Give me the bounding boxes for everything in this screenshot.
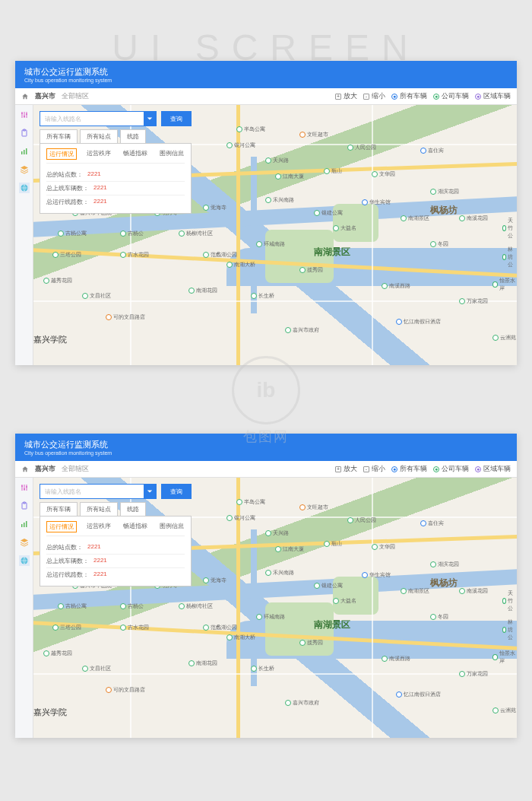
map-poi[interactable]: 南湖大桥 bbox=[226, 634, 255, 641]
zoom-in-button[interactable]: +放大 bbox=[335, 464, 357, 474]
map-poi[interactable]: 大益名 bbox=[333, 597, 356, 605]
search-button[interactable]: 查询 bbox=[161, 111, 192, 126]
zoom-out-button[interactable]: -缩小 bbox=[363, 91, 385, 101]
map-poi[interactable]: 湖滨花园 bbox=[430, 188, 459, 195]
region-label[interactable]: 全部辖区 bbox=[62, 464, 89, 474]
sub-tab-operation[interactable]: 运行情况 bbox=[46, 148, 77, 160]
sidebar-chart-icon[interactable] bbox=[19, 519, 30, 529]
map-poi[interactable]: 云洲苑 bbox=[492, 334, 516, 342]
sidebar-globe-icon[interactable] bbox=[19, 183, 30, 193]
map-poi[interactable]: 忆江南假日酒店 bbox=[396, 318, 441, 326]
map-poi[interactable]: 半岛公寓 bbox=[236, 126, 265, 133]
map-poi[interactable]: 觉海寺 bbox=[203, 577, 226, 584]
sidebar-sliders-icon[interactable] bbox=[19, 482, 30, 493]
search-input[interactable]: 请输入线路名 bbox=[40, 111, 157, 126]
map-poi[interactable]: 银建公寓 bbox=[314, 582, 343, 590]
filter-tab-stations[interactable]: 所有站点 bbox=[80, 502, 118, 516]
map-poi[interactable]: 越秀花园 bbox=[43, 277, 72, 284]
map-poi[interactable]: 范蠡湖公园 bbox=[203, 624, 237, 631]
sidebar-layers-icon[interactable] bbox=[19, 537, 30, 548]
map-poi[interactable]: 天兴路 bbox=[265, 157, 289, 164]
map-poi[interactable]: 南湖景区 bbox=[401, 215, 429, 222]
map-poi[interactable]: 南溪西路 bbox=[382, 282, 410, 290]
map-area[interactable]: 枫杨坊 南湖景区 嘉兴学院 半岛公寓文旺超市人民公园嘉住宾银河公寓天兴路江南大厦… bbox=[33, 478, 517, 738]
sub-tab-operation[interactable]: 运行情况 bbox=[46, 521, 77, 532]
zoom-out-button[interactable]: -缩小 bbox=[363, 464, 385, 474]
zoom-in-button[interactable]: +放大 bbox=[335, 91, 357, 101]
map-poi[interactable]: 大益名 bbox=[333, 224, 356, 232]
home-icon[interactable] bbox=[21, 93, 29, 100]
map-poi[interactable]: 环城南路 bbox=[256, 240, 285, 248]
map-poi[interactable]: 人民公园 bbox=[347, 517, 376, 524]
sidebar-layers-icon[interactable] bbox=[19, 164, 30, 175]
map-poi[interactable]: 揽秀园 bbox=[299, 639, 323, 647]
sub-tab-legend[interactable]: 图例信息 bbox=[157, 521, 186, 532]
company-vehicles-toggle[interactable]: ●公司车辆 bbox=[433, 464, 469, 474]
map-poi[interactable]: 吉杨公 bbox=[120, 230, 144, 237]
map-poi[interactable]: 吉杨公 bbox=[120, 602, 144, 610]
map-poi[interactable]: 文昌社区 bbox=[82, 292, 111, 300]
map-poi[interactable]: 南湖大桥 bbox=[226, 261, 255, 269]
map-poi[interactable]: 吉水花园 bbox=[120, 251, 149, 259]
map-poi[interactable]: 银建公寓 bbox=[314, 209, 343, 217]
home-icon[interactable] bbox=[21, 466, 29, 473]
map-poi[interactable]: 觉海寺 bbox=[203, 204, 226, 211]
region-label[interactable]: 全部辖区 bbox=[62, 91, 89, 101]
map-poi[interactable]: 三塔公园 bbox=[52, 251, 81, 259]
map-poi[interactable]: 吉杨公寓 bbox=[58, 230, 87, 237]
map-poi[interactable]: 长生桥 bbox=[251, 292, 274, 300]
map-poi[interactable]: 银河公寓 bbox=[226, 141, 255, 149]
sidebar-chart-icon[interactable] bbox=[19, 146, 30, 157]
sidebar-clipboard-icon[interactable] bbox=[19, 128, 30, 138]
map-poi[interactable]: 万家花园 bbox=[459, 670, 488, 678]
map-poi[interactable]: 林坊公 bbox=[502, 618, 517, 641]
map-poi[interactable]: 杨柳湾社区 bbox=[179, 230, 213, 237]
map-poi[interactable]: 天兴路 bbox=[265, 529, 289, 537]
map-area[interactable]: 枫杨坊 南湖景区 嘉兴学院 北 半岛公寓文旺超市人民公园嘉住宾银河公寓天兴路江南… bbox=[33, 105, 517, 365]
map-poi[interactable]: 杨柳湾社区 bbox=[179, 602, 213, 610]
map-poi[interactable]: 文华园 bbox=[372, 543, 395, 551]
map-poi[interactable]: 南溪花园 bbox=[459, 587, 488, 595]
map-poi[interactable]: 文华园 bbox=[372, 170, 395, 178]
search-input[interactable]: 请输入线路名 bbox=[40, 484, 157, 499]
city-label[interactable]: 嘉兴市 bbox=[35, 91, 55, 101]
map-poi[interactable]: 嘉兴市政府 bbox=[285, 326, 319, 334]
filter-tab-stations[interactable]: 所有站点 bbox=[80, 129, 118, 143]
map-poi[interactable]: 华生宾馆 bbox=[362, 199, 391, 206]
map-poi[interactable]: 吉杨公寓 bbox=[58, 602, 87, 610]
map-poi[interactable]: 冬园 bbox=[430, 240, 448, 248]
map-poi[interactable]: 嘉兴市政府 bbox=[285, 699, 319, 707]
map-poi[interactable]: 嘉住宾 bbox=[420, 147, 444, 154]
search-dropdown-icon[interactable] bbox=[144, 485, 156, 498]
map-poi[interactable]: 云洲苑 bbox=[492, 707, 516, 714]
map-poi[interactable]: 南湖景区 bbox=[401, 587, 429, 595]
map-poi[interactable]: 人民公园 bbox=[347, 144, 376, 151]
map-poi[interactable]: 文昌社区 bbox=[82, 665, 111, 672]
sidebar-clipboard-icon[interactable] bbox=[19, 501, 30, 511]
map-poi[interactable]: 南湖花园 bbox=[188, 660, 217, 667]
map-poi[interactable]: 银河公寓 bbox=[226, 514, 255, 522]
filter-tab-routes[interactable]: 线路 bbox=[120, 502, 146, 516]
map-poi[interactable]: 江南大厦 bbox=[275, 173, 304, 180]
filter-tab-routes[interactable]: 线路 bbox=[120, 129, 146, 143]
all-vehicles-toggle[interactable]: ●所有车辆 bbox=[391, 464, 427, 474]
map-poi[interactable]: 华生宾馆 bbox=[362, 571, 391, 579]
map-poi[interactable]: 禾兴南路 bbox=[265, 196, 294, 204]
sub-tab-order[interactable]: 运营秩序 bbox=[84, 521, 113, 532]
area-vehicles-toggle[interactable]: ●区域车辆 bbox=[475, 464, 511, 474]
search-button[interactable]: 查询 bbox=[161, 484, 192, 499]
company-vehicles-toggle[interactable]: ●公司车辆 bbox=[433, 91, 469, 101]
map-poi[interactable]: 文旺超市 bbox=[299, 131, 328, 138]
map-poi[interactable]: 可的文昌路店 bbox=[106, 686, 145, 694]
map-poi[interactable]: 南湖花园 bbox=[188, 287, 217, 294]
map-poi[interactable]: 南溪西路 bbox=[382, 655, 410, 663]
map-poi[interactable]: 可的文昌路店 bbox=[106, 313, 145, 321]
map-poi[interactable]: 半岛公寓 bbox=[236, 498, 265, 506]
map-poi[interactable]: 怡景水岸 bbox=[492, 277, 517, 292]
map-poi[interactable]: 天竹公 bbox=[502, 217, 517, 240]
map-poi[interactable]: 文旺超市 bbox=[299, 504, 328, 511]
map-poi[interactable]: 环城南路 bbox=[256, 613, 285, 621]
map-poi[interactable]: 万家花园 bbox=[459, 297, 488, 305]
all-vehicles-toggle[interactable]: ●所有车辆 bbox=[391, 91, 427, 101]
map-poi[interactable]: 越秀花园 bbox=[43, 650, 72, 657]
